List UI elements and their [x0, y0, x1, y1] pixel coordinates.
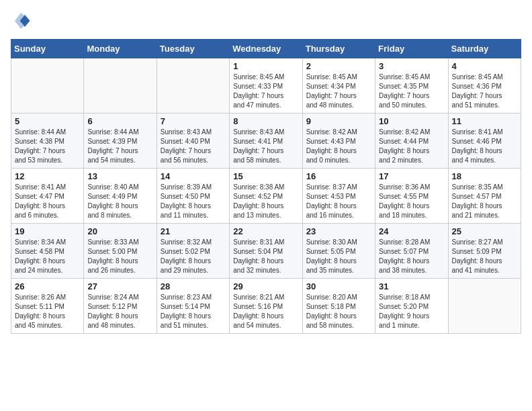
day-number: 6 — [87, 116, 152, 126]
calendar-day-cell: 2Sunrise: 8:45 AM Sunset: 4:34 PM Daylig… — [302, 58, 375, 113]
calendar-day-cell: 17Sunrise: 8:36 AM Sunset: 4:55 PM Dayli… — [375, 169, 448, 224]
day-info: Sunrise: 8:41 AM Sunset: 4:46 PM Dayligh… — [452, 128, 517, 165]
calendar-week-row: 5Sunrise: 8:44 AM Sunset: 4:38 PM Daylig… — [11, 113, 521, 169]
day-number: 23 — [306, 226, 371, 236]
calendar-day-cell: 20Sunrise: 8:33 AM Sunset: 5:00 PM Dayli… — [84, 224, 157, 279]
day-info: Sunrise: 8:37 AM Sunset: 4:53 PM Dayligh… — [306, 183, 371, 220]
day-info: Sunrise: 8:39 AM Sunset: 4:50 PM Dayligh… — [161, 183, 226, 220]
calendar-day-cell: 31Sunrise: 8:18 AM Sunset: 5:20 PM Dayli… — [375, 279, 448, 334]
calendar-day-cell — [84, 58, 157, 113]
calendar-day-cell: 8Sunrise: 8:43 AM Sunset: 4:41 PM Daylig… — [230, 113, 302, 169]
day-number: 21 — [161, 226, 226, 236]
day-info: Sunrise: 8:43 AM Sunset: 4:40 PM Dayligh… — [161, 128, 226, 165]
day-number: 16 — [306, 171, 371, 181]
calendar-day-cell: 22Sunrise: 8:31 AM Sunset: 5:04 PM Dayli… — [230, 224, 302, 279]
calendar-table: SundayMondayTuesdayWednesdayThursdayFrid… — [11, 39, 521, 334]
day-number: 17 — [379, 171, 444, 181]
day-info: Sunrise: 8:45 AM Sunset: 4:34 PM Dayligh… — [306, 73, 371, 110]
day-info: Sunrise: 8:41 AM Sunset: 4:47 PM Dayligh… — [15, 183, 80, 220]
calendar-day-cell: 19Sunrise: 8:34 AM Sunset: 4:58 PM Dayli… — [11, 224, 84, 279]
day-info: Sunrise: 8:33 AM Sunset: 5:00 PM Dayligh… — [87, 238, 152, 275]
day-number: 2 — [306, 61, 371, 71]
day-info: Sunrise: 8:20 AM Sunset: 5:18 PM Dayligh… — [306, 293, 371, 330]
calendar-day-cell — [448, 279, 521, 334]
day-number: 5 — [15, 116, 80, 126]
calendar-day-cell: 11Sunrise: 8:41 AM Sunset: 4:46 PM Dayli… — [448, 113, 521, 169]
day-number: 8 — [233, 116, 298, 126]
page-header — [11, 11, 521, 31]
day-info: Sunrise: 8:45 AM Sunset: 4:36 PM Dayligh… — [452, 73, 517, 110]
day-info: Sunrise: 8:24 AM Sunset: 5:12 PM Dayligh… — [87, 293, 152, 330]
calendar-day-cell: 27Sunrise: 8:24 AM Sunset: 5:12 PM Dayli… — [84, 279, 157, 334]
calendar-day-cell: 6Sunrise: 8:44 AM Sunset: 4:39 PM Daylig… — [84, 113, 157, 169]
day-number: 26 — [15, 281, 80, 291]
day-info: Sunrise: 8:42 AM Sunset: 4:44 PM Dayligh… — [379, 128, 444, 165]
day-info: Sunrise: 8:34 AM Sunset: 4:58 PM Dayligh… — [15, 238, 80, 275]
logo — [11, 11, 34, 31]
calendar-day-cell: 30Sunrise: 8:20 AM Sunset: 5:18 PM Dayli… — [302, 279, 375, 334]
day-number: 4 — [452, 61, 517, 71]
day-number: 3 — [379, 61, 444, 71]
day-number: 13 — [87, 171, 152, 181]
weekday-header: Thursday — [302, 40, 375, 58]
weekday-header: Monday — [84, 40, 157, 58]
calendar-week-row: 26Sunrise: 8:26 AM Sunset: 5:11 PM Dayli… — [11, 279, 521, 334]
calendar-day-cell: 9Sunrise: 8:42 AM Sunset: 4:43 PM Daylig… — [302, 113, 375, 169]
day-number: 1 — [233, 61, 298, 71]
weekday-header: Tuesday — [157, 40, 229, 58]
day-number: 22 — [233, 226, 298, 236]
weekday-header: Sunday — [11, 40, 84, 58]
calendar-day-cell: 12Sunrise: 8:41 AM Sunset: 4:47 PM Dayli… — [11, 169, 84, 224]
calendar-day-cell: 28Sunrise: 8:23 AM Sunset: 5:14 PM Dayli… — [157, 279, 229, 334]
day-number: 18 — [452, 171, 517, 181]
day-number: 14 — [161, 171, 226, 181]
day-number: 12 — [15, 171, 80, 181]
day-info: Sunrise: 8:43 AM Sunset: 4:41 PM Dayligh… — [233, 128, 298, 165]
day-info: Sunrise: 8:42 AM Sunset: 4:43 PM Dayligh… — [306, 128, 371, 165]
day-number: 15 — [233, 171, 298, 181]
calendar-day-cell: 3Sunrise: 8:45 AM Sunset: 4:35 PM Daylig… — [375, 58, 448, 113]
calendar-day-cell: 4Sunrise: 8:45 AM Sunset: 4:36 PM Daylig… — [448, 58, 521, 113]
calendar-day-cell: 10Sunrise: 8:42 AM Sunset: 4:44 PM Dayli… — [375, 113, 448, 169]
day-info: Sunrise: 8:36 AM Sunset: 4:55 PM Dayligh… — [379, 183, 444, 220]
calendar-day-cell: 13Sunrise: 8:40 AM Sunset: 4:49 PM Dayli… — [84, 169, 157, 224]
day-number: 24 — [379, 226, 444, 236]
calendar-day-cell: 24Sunrise: 8:28 AM Sunset: 5:07 PM Dayli… — [375, 224, 448, 279]
calendar-day-cell: 26Sunrise: 8:26 AM Sunset: 5:11 PM Dayli… — [11, 279, 84, 334]
day-info: Sunrise: 8:23 AM Sunset: 5:14 PM Dayligh… — [161, 293, 226, 330]
calendar-day-cell — [157, 58, 229, 113]
day-info: Sunrise: 8:44 AM Sunset: 4:38 PM Dayligh… — [15, 128, 80, 165]
day-info: Sunrise: 8:38 AM Sunset: 4:52 PM Dayligh… — [233, 183, 298, 220]
day-number: 10 — [379, 116, 444, 126]
day-number: 29 — [233, 281, 298, 291]
calendar-day-cell: 18Sunrise: 8:35 AM Sunset: 4:57 PM Dayli… — [448, 169, 521, 224]
logo-icon — [11, 11, 31, 31]
day-number: 27 — [87, 281, 152, 291]
calendar-day-cell: 16Sunrise: 8:37 AM Sunset: 4:53 PM Dayli… — [302, 169, 375, 224]
day-info: Sunrise: 8:18 AM Sunset: 5:20 PM Dayligh… — [379, 293, 444, 330]
day-number: 9 — [306, 116, 371, 126]
day-number: 7 — [161, 116, 226, 126]
day-info: Sunrise: 8:27 AM Sunset: 5:09 PM Dayligh… — [452, 238, 517, 275]
day-number: 31 — [379, 281, 444, 291]
day-number: 19 — [15, 226, 80, 236]
calendar-day-cell: 29Sunrise: 8:21 AM Sunset: 5:16 PM Dayli… — [230, 279, 302, 334]
calendar-day-cell: 21Sunrise: 8:32 AM Sunset: 5:02 PM Dayli… — [157, 224, 229, 279]
day-info: Sunrise: 8:30 AM Sunset: 5:05 PM Dayligh… — [306, 238, 371, 275]
calendar-header-row: SundayMondayTuesdayWednesdayThursdayFrid… — [11, 40, 521, 58]
weekday-header: Saturday — [448, 40, 521, 58]
calendar-week-row: 19Sunrise: 8:34 AM Sunset: 4:58 PM Dayli… — [11, 224, 521, 279]
day-number: 20 — [87, 226, 152, 236]
calendar-week-row: 1Sunrise: 8:45 AM Sunset: 4:33 PM Daylig… — [11, 58, 521, 113]
calendar-day-cell: 23Sunrise: 8:30 AM Sunset: 5:05 PM Dayli… — [302, 224, 375, 279]
weekday-header: Wednesday — [230, 40, 302, 58]
calendar-day-cell: 5Sunrise: 8:44 AM Sunset: 4:38 PM Daylig… — [11, 113, 84, 169]
day-info: Sunrise: 8:45 AM Sunset: 4:35 PM Dayligh… — [379, 73, 444, 110]
day-info: Sunrise: 8:44 AM Sunset: 4:39 PM Dayligh… — [87, 128, 152, 165]
day-info: Sunrise: 8:28 AM Sunset: 5:07 PM Dayligh… — [379, 238, 444, 275]
day-number: 25 — [452, 226, 517, 236]
day-number: 30 — [306, 281, 371, 291]
day-number: 28 — [161, 281, 226, 291]
calendar-day-cell — [11, 58, 84, 113]
calendar-day-cell: 25Sunrise: 8:27 AM Sunset: 5:09 PM Dayli… — [448, 224, 521, 279]
